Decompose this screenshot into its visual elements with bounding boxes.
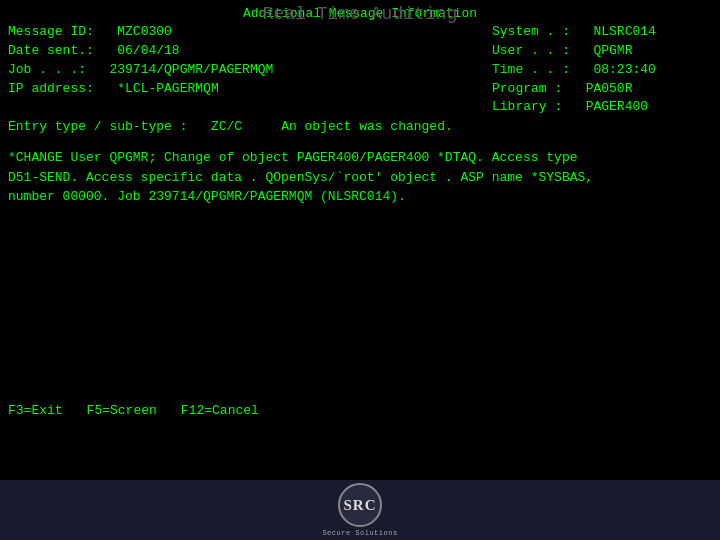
message-line-1: *CHANGE User QPGMR; Change of object PAG… <box>8 148 712 168</box>
time-line: Time . . : 08:23:40 <box>492 61 712 80</box>
ip-line: IP address: *LCL-PAGERMQM <box>8 80 492 99</box>
footer: F3=Exit F5=Screen F12=Cancel <box>8 403 712 418</box>
job-line: Job . . .: 239714/QPGMR/PAGERMQM <box>8 61 492 80</box>
system-label: System . : <box>492 24 570 39</box>
library-line: Library : PAGER400 <box>492 98 712 117</box>
message-id-label: Message ID: <box>8 24 94 39</box>
f12-key[interactable]: F12=Cancel <box>181 403 259 418</box>
date-sent-line: Date sent.: 06/04/18 <box>8 42 492 61</box>
f3-key[interactable]: F3=Exit <box>8 403 63 418</box>
job-value: 239714/QPGMR/PAGERMQM <box>109 62 273 77</box>
user-label: User . . : <box>492 43 570 58</box>
src-circle: SRC <box>338 483 382 527</box>
program-label: Program : <box>492 81 562 96</box>
message-line-3: number 00000. Job 239714/QPGMR/PAGERMQM … <box>8 187 712 207</box>
system-value: NLSRC014 <box>593 24 655 39</box>
library-label: Library : <box>492 99 562 114</box>
info-right: System . : NLSRC014 User . . : QPGMR Tim… <box>492 23 712 117</box>
src-logo-text: SRC <box>343 497 376 514</box>
job-label: Job . . .: <box>8 62 86 77</box>
message-body: *CHANGE User QPGMR; Change of object PAG… <box>8 148 712 207</box>
library-value: PAGER400 <box>586 99 648 114</box>
program-line: Program : PA050R <box>492 80 712 99</box>
screen: Real Time Auditing Additional Message In… <box>0 0 720 480</box>
time-label: Time . . : <box>492 62 570 77</box>
footer-keys: F3=Exit F5=Screen F12=Cancel <box>8 403 712 418</box>
src-logo: SRC Secure Solutions <box>322 483 397 537</box>
message-id-line: Message ID: MZC0300 <box>8 23 492 42</box>
ip-value: *LCL-PAGERMQM <box>117 81 218 96</box>
message-id-value: MZC0300 <box>117 24 172 39</box>
message-line-2: D51-SEND. Access specific data . QOpenSy… <box>8 168 712 188</box>
date-sent-value: 06/04/18 <box>117 43 179 58</box>
time-value: 08:23:40 <box>593 62 655 77</box>
f5-key[interactable]: F5=Screen <box>87 403 157 418</box>
bottom-bar: SRC Secure Solutions <box>0 480 720 540</box>
system-line: System . : NLSRC014 <box>492 23 712 42</box>
program-value: PA050R <box>586 81 633 96</box>
entry-type-code: ZC/C <box>211 119 242 134</box>
entry-type-label: Entry type / sub-type : <box>8 119 187 134</box>
ip-label: IP address: <box>8 81 94 96</box>
entry-type-line: Entry type / sub-type : ZC/C An object w… <box>8 119 712 134</box>
user-line: User . . : QPGMR <box>492 42 712 61</box>
info-left: Message ID: MZC0300 Date sent.: 06/04/18… <box>8 23 492 117</box>
entry-type-desc: An object was changed. <box>281 119 453 134</box>
user-value: QPGMR <box>593 43 632 58</box>
src-tagline: Secure Solutions <box>322 529 397 537</box>
date-sent-label: Date sent.: <box>8 43 94 58</box>
info-block: Message ID: MZC0300 Date sent.: 06/04/18… <box>8 23 712 117</box>
dimmed-title: Real Time Auditing <box>263 4 457 24</box>
